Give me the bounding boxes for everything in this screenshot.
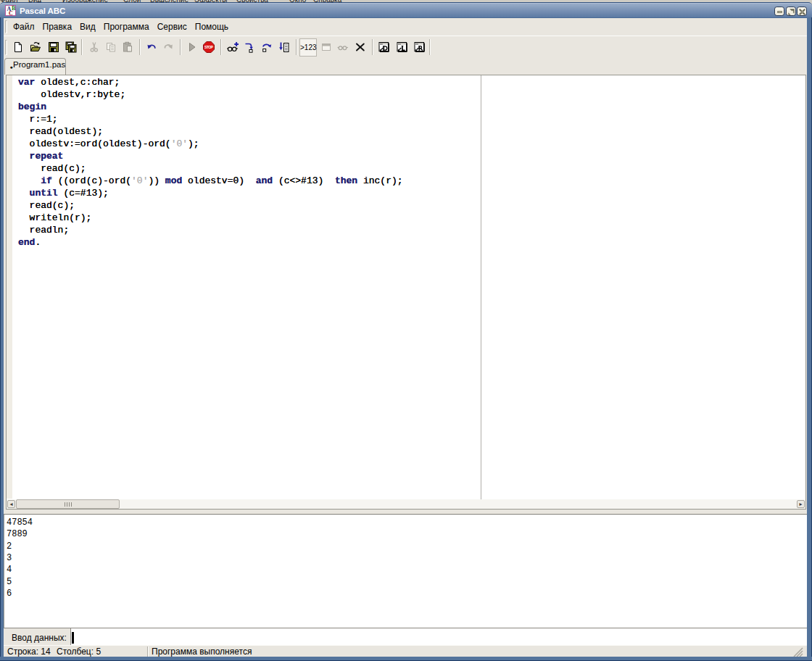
svg-text:STOP: STOP [204, 45, 214, 49]
